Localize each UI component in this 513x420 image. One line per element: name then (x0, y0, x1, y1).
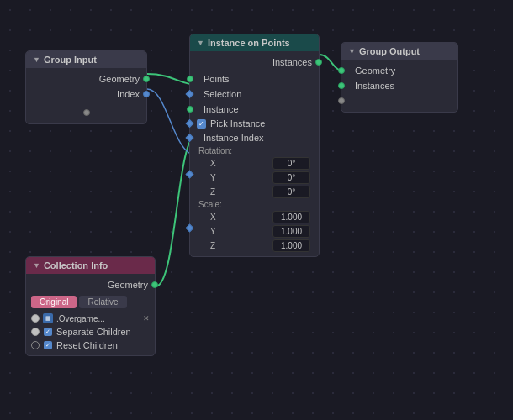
collection-toggle[interactable] (31, 314, 40, 323)
rotation-label: Rotation: (190, 145, 319, 156)
collection-remove-button[interactable]: ✕ (143, 314, 150, 323)
separate-children-label: Separate Children (56, 327, 131, 337)
geometry-socket-out (143, 76, 150, 82)
rotation-z-row: Z 0° (192, 185, 319, 199)
collection-item: ▦ .Overgame... ✕ (26, 312, 155, 325)
points-row: Points (190, 71, 319, 87)
instance-on-points-title: Instance on Points (208, 38, 290, 48)
chevron-icon-4: ▼ (33, 261, 40, 270)
instance-row: Instance (190, 102, 319, 117)
collection-info-header[interactable]: ▼ Collection Info (26, 257, 155, 274)
pick-instance-label: Pick Instance (210, 118, 265, 129)
rotation-z-label: Z (210, 187, 220, 197)
socket-row-extra (26, 105, 146, 120)
reset-children-label: Reset Children (56, 340, 118, 350)
instance-on-points-header[interactable]: ▼ Instance on Points (190, 34, 319, 51)
collection-name: .Overgame... (56, 314, 140, 323)
group-output-body: Geometry Instances (341, 60, 457, 112)
chevron-icon: ▼ (33, 55, 40, 64)
scale-z-value[interactable]: 1.000 (272, 239, 310, 252)
group-output-header[interactable]: ▼ Group Output (341, 43, 457, 60)
rotation-x-row: X 0° (192, 156, 319, 171)
group-output-title: Group Output (359, 46, 420, 56)
output-geometry-label: Geometry (355, 66, 395, 76)
tab-original[interactable]: Original (31, 296, 77, 308)
group-input-header[interactable]: ▼ Group Input (26, 51, 146, 68)
scale-z-label: Z (210, 241, 220, 250)
scale-z-row: Z 1.000 (192, 239, 319, 253)
coll-geometry-label: Geometry (108, 280, 148, 290)
scale-y-row: Y 1.000 (192, 224, 319, 239)
points-socket (187, 76, 193, 82)
rotation-y-value[interactable]: 0° (272, 171, 310, 184)
scale-y-label: Y (210, 227, 220, 236)
scale-y-value[interactable]: 1.000 (272, 225, 310, 238)
tab-row: Original Relative (26, 292, 155, 312)
instance-on-points-body: Instances Points Selection Instance ✓ (190, 51, 319, 256)
rotation-y-label: Y (210, 173, 220, 182)
index-socket-out (143, 91, 150, 97)
coll-geometry-socket (151, 281, 158, 288)
extra-socket (83, 109, 90, 116)
instances-out-socket (315, 59, 322, 66)
selection-socket (186, 90, 194, 98)
rotation-z-value[interactable]: 0° (272, 186, 310, 198)
socket-row-geometry: Geometry (26, 71, 146, 87)
tab-relative[interactable]: Relative (79, 296, 126, 308)
output-geometry-socket (338, 67, 345, 74)
reset-children-toggle[interactable] (31, 341, 40, 349)
chevron-icon-3: ▼ (348, 47, 356, 55)
reset-children-checkbox[interactable]: ✓ (44, 341, 52, 349)
instance-index-socket (186, 134, 194, 142)
selection-label: Selection (204, 89, 241, 99)
instances-out-label: Instances (272, 57, 312, 67)
scale-label: Scale: (190, 199, 319, 210)
output-extra-socket (338, 97, 345, 104)
output-extra-row (341, 93, 457, 108)
rotation-x-label: X (210, 159, 220, 168)
group-input-title: Group Input (44, 55, 97, 65)
collection-info-title: Collection Info (44, 260, 108, 270)
chevron-icon-2: ▼ (197, 39, 204, 47)
group-input-body: Geometry Index (26, 68, 146, 123)
output-instances-socket (338, 82, 345, 89)
pick-instance-checkbox[interactable]: ✓ (197, 119, 206, 129)
reset-children-row: ✓ Reset Children (26, 339, 155, 352)
pick-instance-row[interactable]: ✓ Pick Instance (190, 117, 319, 130)
scale-x-value[interactable]: 1.000 (272, 211, 310, 223)
pick-instance-socket (186, 119, 194, 128)
separate-children-checkbox[interactable]: ✓ (44, 328, 52, 336)
scale-x-row: X 1.000 (192, 210, 319, 224)
points-label: Points (204, 74, 230, 84)
collection-info-body: Geometry Original Relative ▦ .Overgame..… (26, 274, 155, 355)
output-instances-row: Instances (341, 78, 457, 93)
separate-children-toggle[interactable] (31, 328, 40, 336)
scale-x-label: X (210, 213, 220, 222)
instance-index-row: Instance Index (190, 130, 319, 145)
instance-on-points-node: ▼ Instance on Points Instances Points Se… (189, 34, 320, 257)
selection-row: Selection (190, 87, 319, 102)
rotation-x-value[interactable]: 0° (272, 157, 310, 170)
instance-index-label: Instance Index (204, 133, 264, 143)
coll-geometry-row: Geometry (26, 277, 155, 292)
output-geometry-row: Geometry (341, 63, 457, 78)
geometry-label: Geometry (99, 74, 140, 84)
group-output-node: ▼ Group Output Geometry Instances (341, 42, 458, 113)
output-instances-label: Instances (355, 81, 394, 91)
separate-children-row: ✓ Separate Children (26, 325, 155, 339)
index-label: Index (117, 89, 140, 99)
collection-icon: ▦ (43, 313, 53, 323)
instances-out-row: Instances (190, 55, 319, 70)
rotation-y-row: Y 0° (192, 171, 319, 185)
instance-label: Instance (204, 104, 239, 114)
collection-info-node: ▼ Collection Info Geometry Original Rela… (25, 256, 156, 356)
group-input-node: ▼ Group Input Geometry Index (25, 50, 147, 124)
instance-socket (187, 106, 193, 113)
socket-row-index: Index (26, 87, 146, 102)
